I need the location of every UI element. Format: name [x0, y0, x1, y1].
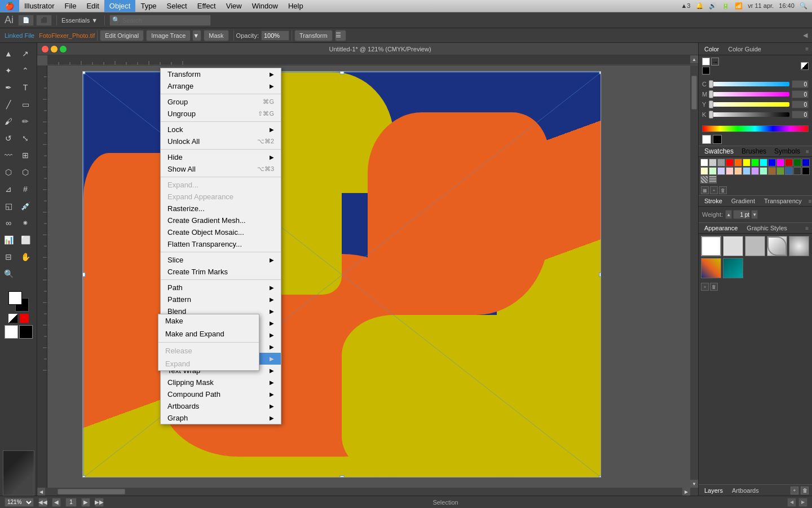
scroll-up-arrow[interactable]: ▲ — [690, 55, 698, 63]
zoom2-tool[interactable] — [17, 266, 33, 282]
maximize-window-button[interactable] — [60, 46, 67, 52]
swatch-skyblue[interactable] — [743, 167, 751, 175]
app-swatch-6[interactable] — [701, 258, 721, 278]
paintbrush-tool[interactable]: 🖌 — [1, 113, 16, 129]
collapse-icon[interactable]: ≡ — [805, 46, 809, 52]
swatch-lavender[interactable] — [751, 167, 759, 175]
appearance-collapse-icon[interactable]: ≡ — [805, 225, 809, 231]
edit-original-button[interactable]: Edit Original — [100, 30, 144, 41]
menu-item-trim-marks[interactable]: Create Trim Marks — [161, 266, 281, 278]
rotate-tool[interactable]: ↺ — [1, 130, 16, 146]
minimize-window-button[interactable] — [51, 46, 58, 52]
menu-item-clipping-mask[interactable]: Clipping Mask ▶ — [161, 376, 281, 388]
menu-item-transform[interactable]: Transform ▶ — [161, 68, 281, 80]
color-spectrum[interactable] — [702, 125, 809, 132]
graphic-styles-tab[interactable]: Graphic Styles — [744, 224, 789, 233]
k-slider-track[interactable] — [711, 112, 789, 117]
swatch-peach[interactable] — [734, 167, 742, 175]
app-swatch-2[interactable] — [723, 236, 743, 256]
delete-swatch-icon[interactable]: 🗑 — [719, 186, 727, 194]
new-doc-btn[interactable]: 📄 — [18, 15, 34, 26]
swatch-black[interactable] — [802, 167, 810, 175]
swatch-lightblue[interactable] — [717, 167, 725, 175]
m-slider-thumb[interactable] — [709, 90, 713, 98]
menu-item-unlock-all[interactable]: Unlock All ⌥⌘2 — [161, 135, 281, 147]
swatch-darkgray[interactable] — [793, 167, 801, 175]
menu-item-graph[interactable]: Graph ▶ — [161, 412, 281, 424]
menu-item-flatten-transparency[interactable]: Flatten Transparency... — [161, 238, 281, 250]
menu-item-group[interactable]: Group ⌘G — [161, 96, 281, 108]
app-swatch-1[interactable] — [701, 236, 721, 256]
app-swatch-7[interactable] — [723, 258, 743, 278]
canvas-content[interactable]: ▲ ▼ ◀ ▶ Transform ▶ — [37, 55, 698, 496]
panel-arrow[interactable]: ◀ — [803, 32, 807, 39]
artboard-tool[interactable]: ⬜ — [17, 232, 33, 248]
page-forward-button[interactable]: ▶ — [81, 498, 90, 507]
menu-edit[interactable]: Edit — [81, 0, 104, 12]
perspective-grid-tool[interactable]: ⊿ — [1, 181, 16, 197]
image-trace-dropdown[interactable]: ▼ — [192, 30, 201, 41]
swatch-lightgray[interactable] — [709, 159, 717, 167]
mesh-tool[interactable]: # — [17, 181, 33, 197]
close-window-button[interactable] — [42, 46, 48, 52]
image-trace-button[interactable]: Image Trace — [146, 30, 191, 41]
none-icon[interactable] — [8, 314, 17, 323]
menu-item-slice[interactable]: Slice ▶ — [161, 254, 281, 266]
swatch-red[interactable] — [726, 159, 734, 167]
scroll-left-arrow[interactable]: ◀ — [37, 488, 45, 496]
y-slider-thumb[interactable] — [709, 100, 713, 108]
menu-help[interactable]: Help — [283, 0, 308, 12]
m-value-input[interactable]: 0 — [792, 90, 809, 98]
scrollbar-thumb-v[interactable] — [691, 76, 697, 110]
submenu-make-and-expand[interactable]: Make and Expand — [158, 327, 259, 340]
menu-illustrator[interactable]: Illustrator — [19, 0, 59, 12]
swatch-pattern2[interactable] — [709, 176, 717, 183]
swatches-tab[interactable]: Swatches — [702, 146, 736, 156]
stroke-tab[interactable]: Stroke — [702, 196, 725, 205]
swatches-collapse-icon[interactable]: ≡ — [806, 148, 809, 155]
swap-colors-icon[interactable] — [801, 62, 809, 70]
bottom-icon-1[interactable]: ◀ — [787, 498, 796, 507]
menu-item-artboards[interactable]: Artboards ▶ — [161, 400, 281, 412]
c-value-input[interactable]: 0 — [792, 80, 809, 88]
m-slider-track[interactable] — [711, 92, 789, 97]
menu-item-expand-appearance[interactable]: Expand Appearance — [161, 191, 281, 203]
brushes-tab[interactable]: Brushes — [739, 146, 769, 156]
slice-tool[interactable]: ⊟ — [1, 249, 16, 265]
apple-menu[interactable]: 🍎 — [0, 0, 19, 12]
search-bar[interactable]: 🔍 Search — [109, 15, 211, 26]
line-tool[interactable]: ╱ — [1, 97, 16, 112]
black-swatch[interactable] — [713, 135, 722, 144]
zoom-tool[interactable]: 🔍 — [1, 266, 16, 282]
zoom-select[interactable]: 121% — [5, 498, 34, 507]
symbol-sprayer-tool[interactable]: ⁕ — [17, 215, 33, 231]
swatch-gray[interactable] — [717, 159, 725, 167]
foreground-color-box[interactable] — [8, 291, 22, 305]
fg-color-small[interactable] — [702, 58, 710, 65]
submenu-expand[interactable]: Expand — [158, 357, 259, 370]
horizontal-scrollbar[interactable]: ◀ ▶ — [37, 488, 690, 496]
swatch-olive[interactable] — [776, 167, 784, 175]
swatch-darkred[interactable] — [785, 159, 793, 167]
menu-item-path[interactable]: Path ▶ — [161, 282, 281, 294]
k-slider-thumb[interactable] — [709, 111, 713, 119]
app-swatch-3[interactable] — [745, 236, 765, 256]
rect-tool[interactable]: ▭ — [17, 97, 33, 112]
warp-tool[interactable]: 〰 — [1, 147, 16, 163]
prev-page-button[interactable]: ◀◀ — [38, 498, 47, 507]
arrow-right-icon[interactable]: → — [711, 58, 719, 65]
eyedropper-tool[interactable]: 💉 — [17, 198, 33, 214]
new-layer-icon[interactable]: + — [791, 487, 798, 494]
swatch-type-icon[interactable]: ▦ — [701, 186, 709, 194]
menu-select[interactable]: Select — [162, 0, 192, 12]
swatch-green[interactable] — [751, 159, 759, 167]
menu-effect[interactable]: Effect — [192, 0, 221, 12]
menu-window[interactable]: Window — [247, 0, 283, 12]
stroke-color-well[interactable] — [19, 325, 33, 339]
blend-tool[interactable]: ∞ — [1, 215, 16, 231]
y-slider-track[interactable] — [711, 102, 789, 107]
swatch-pattern1[interactable] — [700, 176, 708, 183]
page-number-input[interactable]: 1 — [65, 498, 77, 507]
color-icon[interactable] — [20, 314, 29, 323]
menu-item-rasterize[interactable]: Rasterize... — [161, 203, 281, 214]
